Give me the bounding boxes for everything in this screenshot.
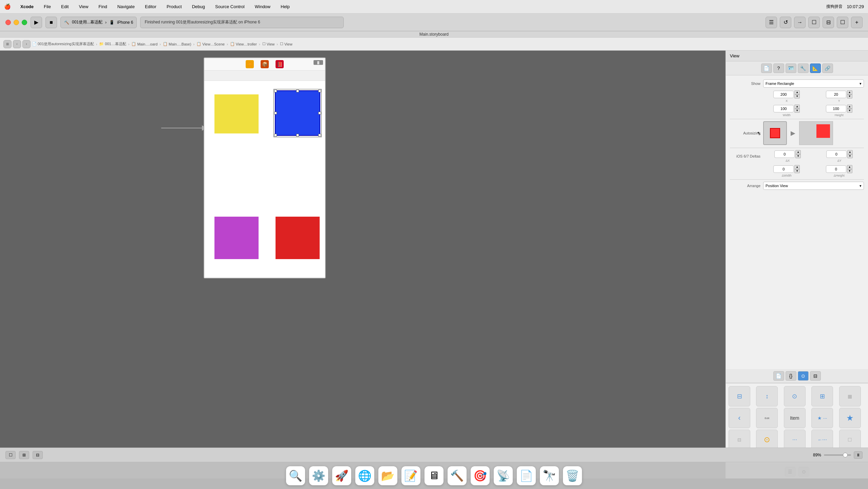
dock-finder[interactable]: 🔍	[286, 466, 305, 485]
insp-tab-attr[interactable]: 🔧	[798, 64, 809, 73]
x-step-down[interactable]: ▼	[794, 94, 800, 98]
x-stepper[interactable]: ▲ ▼	[794, 90, 800, 98]
y-stepper[interactable]: ▲ ▼	[847, 90, 852, 98]
nav-grid-btn[interactable]: ⊞	[3, 40, 12, 48]
dock-safari[interactable]: 🌐	[355, 466, 374, 485]
dy-input[interactable]	[826, 150, 847, 158]
height-stepper[interactable]: ▲ ▼	[847, 105, 852, 113]
layout-toggle-3[interactable]: ⊟	[33, 451, 43, 459]
zoom-thumb[interactable]	[843, 453, 848, 457]
sb-icon-1[interactable]: 🔆	[246, 60, 254, 68]
arrange-dropdown[interactable]: Position View ▾	[763, 182, 864, 190]
x-input[interactable]	[773, 91, 794, 98]
menu-source-control[interactable]: Source Control	[213, 3, 247, 10]
pause-btn[interactable]: ⏸	[854, 451, 863, 459]
dh-stepper[interactable]: ▲ ▼	[847, 165, 852, 173]
layout-btn-1[interactable]: ☰	[766, 17, 777, 28]
lib-tab-code[interactable]: {}	[786, 371, 796, 381]
add-btn[interactable]: +	[851, 17, 863, 28]
h-step-up[interactable]: ▲	[847, 105, 852, 109]
handle-tl[interactable]	[274, 90, 277, 92]
dw-step-down[interactable]: ▼	[794, 169, 800, 173]
dock-launchpad[interactable]: 🚀	[332, 466, 351, 485]
height-input[interactable]	[826, 105, 846, 112]
breadcrumb-8[interactable]: ☐View	[280, 42, 293, 46]
menu-editor[interactable]: Editor	[143, 3, 158, 10]
insp-tab-connect[interactable]: 🔗	[822, 64, 833, 73]
handle-bm[interactable]	[296, 134, 299, 137]
canvas-area[interactable]: 🔆 📦 📕 ▓	[0, 51, 725, 478]
lib-item-back[interactable]: ‹	[729, 408, 750, 428]
lib-item-box1[interactable]: ⊟	[729, 430, 750, 450]
menu-navigate[interactable]: Navigate	[115, 3, 137, 10]
menu-find[interactable]: Find	[96, 3, 109, 10]
layout-btn-6[interactable]: ☐	[837, 17, 848, 28]
lib-item-dash1[interactable]: ⋯	[784, 430, 806, 450]
dx-step-down[interactable]: ▼	[795, 154, 801, 158]
lib-tab-obj[interactable]: ⊙	[798, 371, 809, 381]
lib-item-4[interactable]: ⊞	[811, 386, 833, 406]
dock-terminal[interactable]: 🖥	[424, 466, 444, 485]
breadcrumb-6[interactable]: 📋View…troller	[230, 42, 257, 46]
menu-window[interactable]: Window	[253, 3, 272, 10]
dy-step-up[interactable]: ▲	[847, 150, 853, 154]
lib-item-3[interactable]: ⊙	[784, 386, 806, 406]
nav-back-btn[interactable]: ‹	[13, 40, 21, 48]
width-stepper[interactable]: ▲ ▼	[794, 105, 800, 113]
handle-tr[interactable]	[318, 90, 321, 92]
layout-toggle-1[interactable]: ☐	[5, 451, 16, 459]
w-step-down[interactable]: ▼	[794, 109, 800, 113]
lib-item-box2[interactable]: ☐	[839, 430, 861, 450]
stop-button[interactable]: ■	[45, 17, 57, 28]
w-step-up[interactable]: ▲	[794, 105, 800, 109]
rect-yellow[interactable]	[214, 94, 259, 133]
lib-item-2[interactable]: ↕	[756, 386, 778, 406]
zoom-slider[interactable]	[824, 454, 851, 456]
breadcrumb-2[interactable]: 📁001…幕适配	[99, 41, 126, 47]
autosizing-box[interactable]: ↖	[763, 121, 787, 145]
minimize-button[interactable]	[14, 20, 19, 25]
lib-item-star-more[interactable]: ★ ···	[811, 408, 833, 428]
close-button[interactable]	[5, 20, 11, 25]
y-input[interactable]	[826, 91, 846, 98]
lib-item-1[interactable]: ⊟	[729, 386, 750, 406]
rect-purple[interactable]	[214, 217, 259, 259]
breadcrumb-1[interactable]: 📄001使用autoresizing实现屏幕适配	[32, 41, 94, 47]
breadcrumb-5[interactable]: 📋View…Scene	[196, 42, 225, 46]
breadcrumb-4[interactable]: 📋Main….Base)	[163, 42, 191, 46]
lib-item-dash2[interactable]: ←⋯	[811, 430, 833, 450]
apple-menu[interactable]: 🍎	[4, 3, 11, 10]
lib-item-edit[interactable]: Edit	[756, 408, 778, 428]
layout-btn-5[interactable]: ⊟	[823, 17, 834, 28]
dw-stepper[interactable]: ▲ ▼	[794, 165, 800, 173]
dw-step-up[interactable]: ▲	[794, 165, 800, 169]
dock-xcode[interactable]: 🔨	[448, 466, 467, 485]
insp-tab-id[interactable]: 🪪	[786, 64, 796, 73]
scheme-selector[interactable]: 🔨 001使用...幕适配 › 📱 iPhone 6	[60, 17, 137, 28]
lib-item-item[interactable]: Item	[784, 408, 806, 428]
dock-filezilla[interactable]: 📡	[494, 466, 513, 485]
dock-system-prefs[interactable]: ⚙️	[309, 466, 328, 485]
dock-finder2[interactable]: 📂	[378, 466, 397, 485]
show-dropdown[interactable]: Frame Rectangle ▾	[763, 79, 864, 88]
lib-tab-media[interactable]: ⊟	[810, 371, 821, 381]
nav-forward-btn[interactable]: ›	[22, 40, 31, 48]
handle-tm[interactable]	[296, 90, 299, 92]
menu-help[interactable]: Help	[279, 3, 292, 10]
insp-tab-help[interactable]: ?	[773, 64, 784, 73]
y-step-down[interactable]: ▼	[847, 94, 852, 98]
lib-tab-file[interactable]: 📄	[773, 371, 784, 381]
dh-input[interactable]	[826, 165, 846, 173]
x-step-up[interactable]: ▲	[794, 90, 800, 94]
dock-instruments[interactable]: 🔭	[540, 466, 559, 485]
y-step-up[interactable]: ▲	[847, 90, 852, 94]
dw-input[interactable]	[773, 165, 794, 173]
handle-br[interactable]	[318, 134, 321, 137]
dock-word[interactable]: 📄	[517, 466, 536, 485]
breadcrumb-7[interactable]: ☐View	[262, 42, 275, 46]
layout-btn-3[interactable]: →	[794, 17, 806, 28]
rect-blue[interactable]	[276, 91, 320, 135]
h-step-down[interactable]: ▼	[847, 109, 852, 113]
dock-proxyman[interactable]: 🎯	[471, 466, 490, 485]
dock-trash[interactable]: 🗑️	[563, 466, 582, 485]
